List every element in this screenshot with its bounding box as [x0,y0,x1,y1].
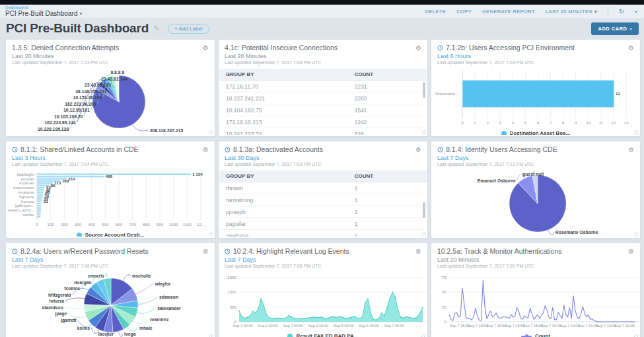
svg-text:1500: 1500 [227,275,236,280]
delete-button[interactable]: DELETE [425,9,447,15]
svg-text:nramirez: nramirez [150,317,169,322]
gear-icon[interactable]: ⚙ [628,248,634,255]
gear-icon[interactable]: ⚙ [628,146,634,153]
edit-title-icon[interactable]: ✎ [153,24,160,33]
window-chrome-strip [0,0,644,5]
line-chart: 0255075Sep 7 18:50Sep 7 18:52Sep 7 18:54… [432,272,639,337]
svg-text:Sep 4 00:00: Sep 4 00:00 [308,324,328,328]
dashboard-switcher[interactable]: PCI Pre-Built Dashboard ▾ [5,10,82,18]
gear-icon[interactable]: ⚙ [415,44,421,52]
scrollbar-thumb[interactable] [423,202,425,218]
card-header: 8.1.3a: Deactivated Accounts ⚙ [219,141,427,153]
column-header[interactable]: GROUP BY [219,170,348,182]
svg-text:162.223.96.205: 162.223.96.205 [65,102,96,106]
gear-icon[interactable]: ⚙ [203,146,209,153]
card-header: 8.1.4: Identify Users Accessing CDE ⚙ [431,141,640,153]
legend-marker [287,334,293,337]
card-time-range[interactable]: Last 3 Hours [6,153,215,161]
resize-handle[interactable] [421,130,426,135]
svg-text:7: 7 [550,120,552,125]
svg-text:lbecker: lbecker [98,332,114,336]
card-time-range: Last 20 Minutes [219,52,427,59]
card-header: 10.2.4: Highlight Relevant Log Events ⚙ [219,243,427,255]
resize-handle[interactable] [209,334,213,337]
table-row: 172.16.11.702231 [219,81,427,93]
generate-report-button[interactable]: GENERATE REPORT [482,9,535,15]
svg-text:2: 2 [486,120,489,125]
svg-text:169: 169 [62,178,69,183]
time-range-selector[interactable]: LAST 20 MINUTES ▾ [546,9,597,15]
card-last-updated: Last updated September 7, 2017 7:06 PM U… [6,263,215,268]
gear-icon[interactable]: ⚙ [203,44,209,52]
card-time-range[interactable]: Last 6 Hours [431,52,640,59]
legend[interactable]: Count [432,332,639,337]
legend[interactable]: Result FAILED BAD PA... [219,332,427,337]
svg-text:6: 6 [537,120,540,125]
table-row: 10.227.241.2212203 [219,93,427,104]
resize-handle[interactable] [634,232,639,237]
svg-text:162.223.96.144: 162.223.96.144 [44,120,75,125]
column-header[interactable]: COUNT [348,170,427,182]
card-last-updated: Last updated September 7, 2017 7:08 PM U… [219,263,427,268]
resize-handle[interactable] [209,232,213,237]
svg-text:23.43.62.144: 23.43.62.144 [101,77,127,81]
svg-text:hfitzgerald: hfitzgerald [48,293,71,298]
gear-icon[interactable]: ⚙ [415,248,421,255]
card-time-range[interactable]: Last 7 Days [219,255,427,263]
gear-icon[interactable]: ⚙ [628,44,634,52]
resize-handle[interactable] [634,130,639,135]
card-time-range[interactable]: Last 7 Days [431,153,640,161]
svg-text:9: 9 [575,120,577,125]
card-time-range: Last 20 Minutes [6,52,215,59]
legend[interactable]: Source Account Desti... [7,231,214,237]
copy-button[interactable]: COPY [456,9,472,15]
toolbar-actions: DELETE COPY GENERATE REPORT LAST 20 MINU… [425,7,637,16]
svg-text:1: 1 [474,120,476,125]
resize-handle[interactable] [634,334,639,337]
resize-handle[interactable] [209,130,213,135]
legend-label: Result FAILED BAD PA... [296,333,358,337]
scheduled-icon [12,147,18,153]
resize-handle[interactable] [421,334,426,337]
svg-text:33: 33 [44,199,48,204]
svg-text:86: 86 [51,183,55,188]
svg-text:jpage: jpage [55,311,67,317]
gear-icon[interactable]: ⚙ [415,146,421,153]
svg-text:1000: 1000 [227,289,236,294]
table-row: rbrown1 [219,182,427,194]
add-label-button[interactable]: + Add Label [168,24,209,34]
svg-text:488: 488 [106,174,113,178]
column-header[interactable]: GROUP BY [219,69,348,81]
chevron-down-icon[interactable]: ▾ [635,9,637,14]
svg-text:5: 5 [524,120,527,125]
svg-text:600: 600 [116,222,123,227]
card-header: 8.1.1: Shared/Linked Accounts in CDE ⚙ [6,141,215,153]
svg-text:fcollins: fcollins [64,286,80,291]
svg-text:sdawson: sdawson [159,295,178,299]
legend-label: Destination Asset Bos... [510,130,570,135]
chevron-down-icon: ▾ [629,26,632,31]
card-time-range[interactable]: Last 7 Days [6,255,215,263]
resize-handle[interactable] [421,232,426,237]
svg-text:11: 11 [599,120,604,125]
svg-text:idavidson: idavidson [42,305,63,310]
card-title: 8.1.3a: Deactivated Accounts [233,145,323,153]
legend[interactable]: Destination Asset Bos... [432,129,639,135]
page-header: PCI Pre-Built Dashboard ✎ + Add Label AD… [0,19,644,38]
svg-text:Sep 7 00:00: Sep 7 00:00 [384,324,404,328]
legend-marker [501,131,507,135]
add-card-button[interactable]: ADD CARD ▾ [591,22,639,35]
scrollbar-thumb[interactable] [423,82,425,98]
gear-icon[interactable]: ⚙ [203,248,209,255]
card-last-updated: Last updated September 7, 2017 7:03 PM U… [219,161,427,167]
card-time-range[interactable]: Last 30 Days [219,153,427,161]
column-header[interactable]: COUNT [348,69,427,81]
results-table: GROUP BYCOUNT172.16.11.70223110.227.241.… [219,69,427,135]
refresh-icon[interactable]: ↻ [619,8,625,15]
svg-text:Sep 7 18:56: Sep 7 18:56 [505,324,524,328]
card-header: 7.1.2b: Users Accessing PCI Environment … [431,40,640,52]
card-last-updated: Last updated September 7, 2017 7:03 PM U… [219,59,427,65]
breadcrumb-dashboards-link[interactable]: Dashboards [5,5,82,10]
svg-text:23.43.62.139: 23.43.62.139 [85,83,111,87]
bar-chart: 012345678910111213Rosemarie ...12Destina… [432,69,639,135]
